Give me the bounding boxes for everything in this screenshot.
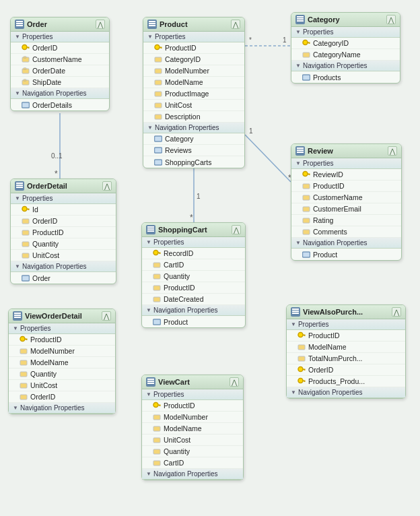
section-properties-ViewAlsoPurch[interactable]: ▼ Properties — [287, 319, 405, 330]
field-CustomerEmail: CustomerEmail — [291, 203, 401, 215]
collapse-Review[interactable]: ⋀ — [388, 146, 397, 156]
field-icon — [298, 343, 306, 351]
collapse-ViewAlsoPurch[interactable]: ⋀ — [392, 307, 401, 317]
section-nav-ViewAlsoPurch[interactable]: ▼ Navigation Properties — [287, 387, 405, 398]
svg-rect-20 — [24, 79, 26, 82]
field-ModelNumber-p: ModelNumber — [143, 65, 244, 77]
collapse-ShoppingCart[interactable]: ⋀ — [232, 225, 241, 234]
section-properties-Review[interactable]: ▼ Properties — [291, 158, 401, 169]
nav-icon — [154, 146, 162, 154]
section-properties-Product[interactable]: ▼ Properties — [143, 32, 244, 42]
collapse-ViewCart[interactable]: ⋀ — [230, 377, 239, 387]
field-icon — [154, 78, 162, 86]
svg-point-64 — [298, 333, 303, 337]
svg-rect-42 — [303, 184, 310, 189]
collapse-ViewOrderDetail[interactable]: ⋀ — [102, 311, 111, 321]
section-properties-ViewOrderDetail[interactable]: ▼ Properties — [9, 323, 115, 334]
entity-icon-Product — [147, 20, 157, 29]
section-properties-ViewCart[interactable]: ▼ Properties — [142, 389, 243, 400]
svg-rect-40 — [308, 174, 310, 175]
section-nav-Order[interactable]: ▼ Navigation Properties — [11, 88, 109, 99]
svg-rect-33 — [155, 160, 162, 165]
entity-header-ShoppingCart: ShoppingCart ⋀ — [142, 223, 245, 237]
svg-text:1: 1 — [197, 193, 201, 200]
nav-icon — [22, 101, 30, 109]
svg-rect-49 — [27, 209, 30, 210]
field-icon — [22, 67, 30, 75]
field-UnitCost-vod: UnitCost — [9, 380, 115, 391]
svg-point-56 — [153, 251, 158, 255]
nav-icon — [153, 318, 161, 326]
field-nav-Products-c: Products — [291, 71, 400, 83]
nav-icon — [22, 274, 30, 282]
svg-rect-38 — [303, 75, 310, 80]
field-CustomerName-r: CustomerName — [291, 192, 401, 203]
entity-name-ViewCart: ViewCart — [158, 378, 190, 386]
field-ModelNumber-vod: ModelNumber — [9, 346, 115, 357]
field-Id-od: Id — [11, 204, 116, 216]
field-DateCreated-sc: DateCreated — [142, 294, 245, 305]
svg-rect-86 — [153, 415, 160, 420]
section-nav-OrderDetail[interactable]: ▼ Navigation Properties — [11, 261, 116, 272]
key-icon — [22, 44, 30, 52]
key-icon — [22, 205, 30, 214]
svg-rect-25 — [155, 57, 162, 62]
field-icon — [153, 295, 161, 303]
field-icon — [22, 228, 30, 236]
svg-rect-47 — [303, 252, 310, 257]
field-icon — [22, 78, 30, 86]
field-icon — [22, 240, 30, 248]
field-ReviewID: ReviewID — [291, 169, 401, 181]
field-icon — [153, 447, 161, 455]
diagram-canvas: 0..1 * * 1 1 * 1 * Order ⋀ ▼ Properties … — [0, 0, 420, 516]
entity-icon-Category — [295, 15, 305, 24]
svg-rect-36 — [309, 43, 310, 44]
field-CustomerName: CustomerName — [11, 54, 109, 65]
entity-ShoppingCart: ShoppingCart ⋀ ▼ Properties RecordID Car… — [141, 222, 246, 328]
entity-header-Review: Review ⋀ — [291, 144, 401, 158]
svg-line-6 — [245, 135, 291, 182]
entity-Product: Product ⋀ ▼ Properties ProductID Categor… — [143, 17, 245, 168]
field-icon — [153, 413, 161, 421]
section-nav-ViewOrderDetail[interactable]: ▼ Navigation Properties — [9, 403, 115, 414]
section-properties-Order[interactable]: ▼ Properties — [11, 32, 109, 42]
section-nav-Review[interactable]: ▼ Navigation Properties — [291, 238, 401, 249]
field-ShipDate: ShipDate — [11, 77, 109, 88]
field-CategoryID-c: CategoryID — [291, 38, 400, 49]
section-nav-Category[interactable]: ▼ Navigation Properties — [291, 61, 400, 71]
section-properties-OrderDetail[interactable]: ▼ Properties — [11, 193, 116, 204]
svg-rect-13 — [27, 47, 30, 49]
svg-point-69 — [298, 367, 303, 372]
svg-rect-80 — [20, 372, 27, 377]
section-nav-ShoppingCart[interactable]: ▼ Navigation Properties — [142, 305, 245, 316]
field-nav-Product-r: Product — [291, 249, 401, 260]
svg-rect-16 — [24, 57, 26, 59]
field-icon — [298, 354, 306, 362]
svg-rect-53 — [22, 242, 29, 247]
field-UnitCost-vc: UnitCost — [142, 434, 243, 446]
svg-rect-27 — [155, 80, 162, 85]
entity-icon-Order — [15, 20, 24, 29]
svg-rect-50 — [28, 209, 30, 210]
svg-rect-76 — [25, 339, 28, 340]
collapse-Order[interactable]: ⋀ — [96, 20, 105, 29]
svg-point-83 — [153, 403, 158, 408]
svg-rect-79 — [20, 360, 27, 365]
key-icon — [302, 39, 310, 47]
collapse-OrderDetail[interactable]: ⋀ — [102, 181, 112, 191]
field-icon — [20, 358, 28, 366]
section-nav-Product[interactable]: ▼ Navigation Properties — [143, 123, 244, 133]
svg-rect-41 — [309, 174, 310, 175]
section-properties-ShoppingCart[interactable]: ▼ Properties — [142, 237, 245, 248]
field-OrderDate: OrderDate — [11, 65, 109, 77]
section-properties-Category[interactable]: ▼ Properties — [291, 27, 400, 38]
collapse-Product[interactable]: ⋀ — [231, 20, 240, 29]
entity-name-ViewAlsoPurch: ViewAlsoPurch... — [303, 308, 363, 316]
collapse-Category[interactable]: ⋀ — [386, 15, 396, 24]
field-CartID-vc: CartID — [142, 457, 243, 469]
svg-rect-85 — [160, 406, 161, 406]
entity-header-Order: Order ⋀ — [11, 18, 109, 32]
field-Description: Description — [143, 111, 244, 123]
section-nav-ViewCart[interactable]: ▼ Navigation Properties — [142, 469, 243, 480]
key-icon — [154, 44, 162, 52]
